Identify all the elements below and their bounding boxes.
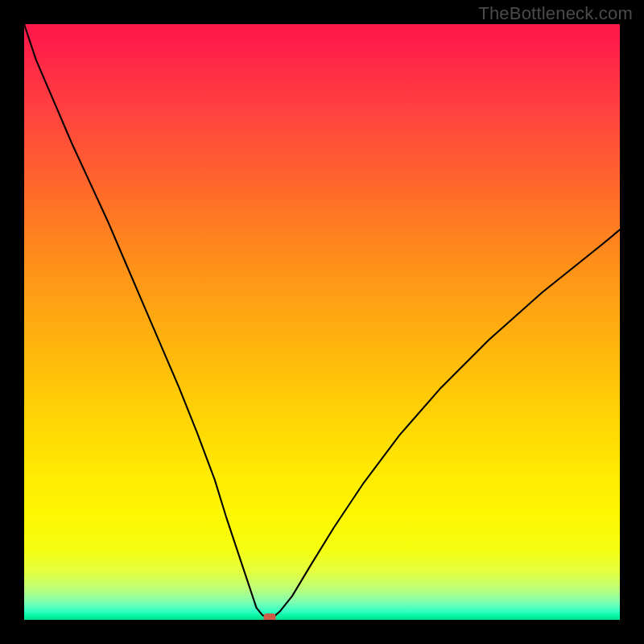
- plot-area: [24, 24, 620, 620]
- chart-container: TheBottleneck.com: [0, 0, 644, 644]
- watermark-text: TheBottleneck.com: [478, 3, 633, 24]
- bottleneck-curve: [24, 24, 620, 618]
- optimal-marker: [263, 613, 275, 620]
- curve-svg: [24, 24, 620, 620]
